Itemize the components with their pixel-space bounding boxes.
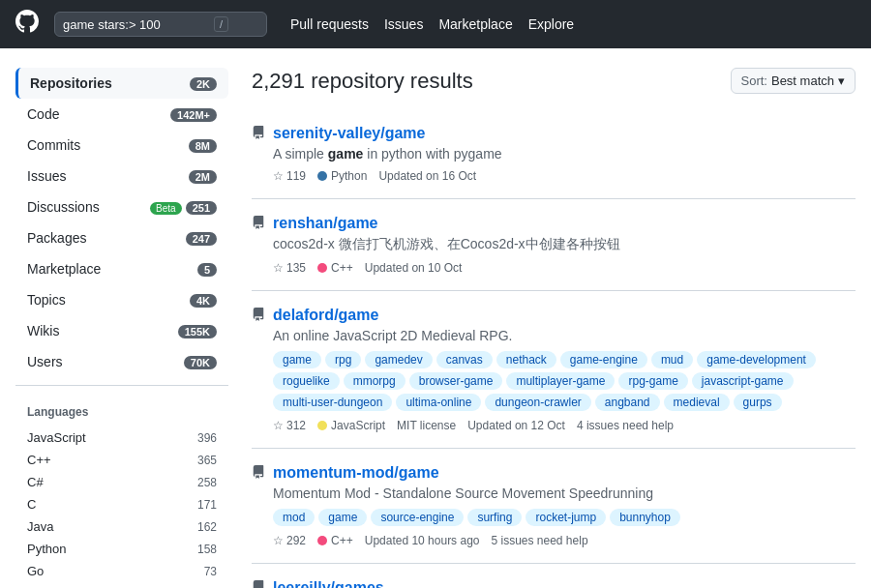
star-count: ☆ 292 — [273, 534, 306, 547]
sidebar-badge-packages: 247 — [186, 230, 217, 246]
sidebar-divider — [15, 385, 228, 386]
sidebar-item-packages[interactable]: Packages 247 — [15, 222, 228, 253]
repo-name-part: game — [385, 125, 426, 141]
tag[interactable]: roguelike — [273, 372, 340, 390]
sidebar-badge-users: 70K — [184, 354, 217, 369]
sidebar-item-code[interactable]: Code 142M+ — [15, 99, 228, 130]
repo-link-2[interactable]: delaford/game — [273, 307, 378, 324]
tag[interactable]: game — [273, 351, 321, 368]
search-bar[interactable]: / — [54, 12, 267, 37]
lang-item-csharp[interactable]: C# 258 — [15, 471, 228, 493]
lang-item-javascript[interactable]: JavaScript 396 — [15, 426, 228, 449]
sidebar-item-issues[interactable]: Issues 2M — [15, 161, 228, 191]
lang-item-python[interactable]: Python 158 — [15, 538, 228, 560]
lang-count: 158 — [197, 543, 217, 556]
tag[interactable]: game — [318, 509, 367, 526]
tag[interactable]: canvas — [436, 351, 493, 368]
lang-item-go[interactable]: Go 73 — [15, 560, 228, 582]
tag[interactable]: dungeon-crawler — [485, 394, 590, 411]
repo-link-1[interactable]: renshan/game — [273, 215, 378, 232]
sidebar-item-users[interactable]: Users 70K — [15, 346, 228, 377]
lang-item-cplus+[interactable]: C++ 365 — [15, 449, 228, 471]
repo-language: C++ — [317, 534, 353, 547]
tag[interactable]: rpg-game — [618, 372, 687, 390]
repo-card-1: renshan/game cocos2d-x 微信打飞机游戏、在Cocos2d-… — [252, 199, 856, 291]
sidebar-item-repositories[interactable]: Repositories 2K — [15, 68, 228, 99]
sidebar-item-wikis[interactable]: Wikis 155K — [15, 315, 228, 346]
repo-desc-2: An online JavaScript 2D Medieval RPG. — [273, 328, 856, 343]
lang-item-c[interactable]: C 171 — [15, 493, 228, 515]
sidebar-badge-discussions: Beta251 — [150, 199, 217, 215]
tag[interactable]: game-development — [697, 351, 816, 368]
repo-header: serenity-valley/game — [252, 125, 856, 142]
lang-count: 258 — [197, 476, 217, 489]
repo-header: momentum-mod/game — [252, 464, 856, 482]
repo-updated: Updated on 10 Oct — [365, 261, 463, 275]
repo-owner: serenity-valley — [273, 125, 380, 141]
tag[interactable]: multi-user-dungeon — [273, 394, 392, 411]
star-icon: ☆ — [273, 534, 284, 547]
tag[interactable]: mud — [651, 351, 693, 368]
sidebar-label-users: Users — [27, 354, 63, 369]
sidebar-label-discussions: Discussions — [27, 199, 100, 215]
sort-dropdown[interactable]: Sort: Best match ▾ — [731, 68, 856, 94]
nav-issues[interactable]: Issues — [384, 16, 423, 32]
tag[interactable]: gurps — [734, 394, 782, 411]
lang-item-rust[interactable]: Rust 65 — [15, 582, 228, 588]
tag[interactable]: medieval — [664, 394, 730, 411]
repo-book-icon — [252, 465, 265, 482]
sidebar-label-marketplace: Marketplace — [27, 261, 101, 277]
nav-pull-requests[interactable]: Pull requests — [290, 16, 369, 32]
repo-link-3[interactable]: momentum-mod/game — [273, 464, 439, 482]
lang-name: C++ — [27, 453, 51, 467]
sidebar-item-marketplace[interactable]: Marketplace 5 — [15, 253, 228, 284]
repo-link-4[interactable]: leereilly/games — [273, 579, 384, 588]
tag[interactable]: game-engine — [560, 351, 647, 368]
sidebar-item-discussions[interactable]: Discussions Beta251 — [15, 191, 228, 222]
sidebar-label-wikis: Wikis — [27, 323, 59, 338]
tag[interactable]: ultima-online — [396, 394, 481, 411]
repo-language: Python — [317, 169, 367, 183]
tag[interactable]: browser-game — [409, 372, 503, 390]
repo-link-0[interactable]: serenity-valley/game — [273, 125, 425, 142]
tag[interactable]: rocket-jump — [526, 509, 606, 526]
lang-item-java[interactable]: Java 162 — [15, 515, 228, 538]
tag[interactable]: multiplayer-game — [506, 372, 615, 390]
repo-tags-2: gamerpggamedevcanvasnethackgame-enginemu… — [273, 351, 856, 411]
tag[interactable]: angband — [595, 394, 660, 411]
tag[interactable]: surfing — [467, 509, 522, 526]
repo-updated: Updated 10 hours ago — [365, 534, 480, 547]
tag[interactable]: javascript-game — [692, 372, 794, 390]
repo-header: leereilly/games — [252, 579, 856, 588]
repo-name-part: game — [339, 307, 379, 323]
repo-header: renshan/game — [252, 215, 856, 232]
repo-desc-1: cocos2d-x 微信打飞机游戏、在Cocos2d-x中创建各种按钮 — [273, 236, 856, 253]
nav-explore[interactable]: Explore — [528, 16, 574, 32]
repo-meta-1: ☆ 135 C++Updated on 10 Oct — [273, 261, 856, 275]
tag[interactable]: mmorpg — [344, 372, 405, 390]
sidebar-badge-code: 142M+ — [170, 106, 217, 122]
repo-desc-0: A simple game in python with pygame — [273, 146, 856, 162]
tag[interactable]: nethack — [496, 351, 556, 368]
tag[interactable]: gamedev — [365, 351, 432, 368]
star-icon: ☆ — [273, 169, 284, 183]
lang-name: JavaScript — [27, 430, 86, 445]
tag[interactable]: source-engine — [371, 509, 464, 526]
nav-marketplace[interactable]: Marketplace — [438, 16, 512, 32]
repo-book-icon — [252, 308, 265, 324]
sidebar-item-topics[interactable]: Topics 4K — [15, 284, 228, 315]
star-icon: ☆ — [273, 261, 284, 275]
repo-updated: Updated on 16 Oct — [378, 169, 476, 183]
page-layout: Repositories 2K Code 142M+ Commits 8M Is… — [0, 48, 871, 588]
star-count: ☆ 119 — [273, 169, 306, 183]
sidebar-badge-topics: 4K — [190, 292, 217, 308]
repo-header: delaford/game — [252, 307, 856, 324]
tag[interactable]: mod — [273, 509, 315, 526]
tag[interactable]: rpg — [325, 351, 361, 368]
sort-value: Best match — [771, 74, 834, 88]
repo-updated: Updated on 12 Oct — [467, 419, 565, 432]
search-input[interactable] — [63, 17, 208, 32]
github-logo-icon[interactable] — [15, 10, 39, 39]
tag[interactable]: bunnyhop — [610, 509, 680, 526]
sidebar-item-commits[interactable]: Commits 8M — [15, 130, 228, 161]
